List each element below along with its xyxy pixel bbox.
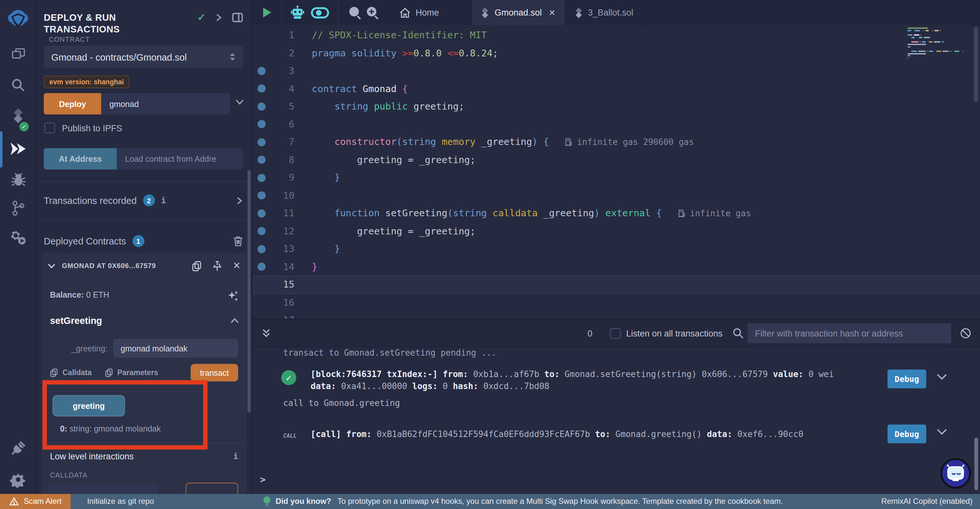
- gutter-space[interactable]: [258, 316, 266, 319]
- code-line[interactable]: 2pragma solidity >=0.8.0 <=0.8.24;: [252, 44, 980, 62]
- contract-card-title[interactable]: GMONAD AT 0X606...67579: [62, 262, 157, 270]
- panel-layout-icon[interactable]: [232, 12, 243, 22]
- gutter-space[interactable]: [258, 298, 266, 306]
- at-address-button[interactable]: At Address: [44, 148, 117, 169]
- publish-ipfs-checkbox[interactable]: [45, 123, 55, 133]
- tab-3-ballot-sol[interactable]: 3_Ballot.sol: [565, 0, 643, 25]
- code-line[interactable]: 8 greeting = _greeting;: [252, 151, 980, 169]
- debug-button-1[interactable]: Debug: [888, 370, 926, 388]
- close-contract-icon[interactable]: ✕: [233, 260, 240, 271]
- trash-icon[interactable]: [233, 236, 243, 246]
- run-script-icon[interactable]: [263, 8, 271, 18]
- transact-button[interactable]: transact: [191, 364, 238, 381]
- remix-logo-icon[interactable]: [0, 5, 36, 34]
- breakpoint-dot-icon[interactable]: [258, 120, 266, 128]
- low-level-info-icon[interactable]: i: [233, 451, 238, 461]
- scam-alert-button[interactable]: Scam Alert: [0, 494, 71, 509]
- zoom-in-icon[interactable]: [366, 6, 380, 19]
- breakpoint-dot-icon[interactable]: [258, 102, 266, 110]
- filter-input[interactable]: [748, 323, 951, 343]
- contract-collapse-chevron-icon[interactable]: [48, 263, 56, 268]
- breakpoint-dot-icon[interactable]: [258, 263, 266, 271]
- code-line[interactable]: 1// SPDX-License-Identifier: MIT: [252, 26, 980, 44]
- copy-parameters-icon[interactable]: [105, 368, 113, 377]
- greeting-param-input[interactable]: [113, 339, 238, 357]
- terminal-prompt[interactable]: >: [260, 474, 266, 485]
- gutter-space[interactable]: [258, 49, 266, 57]
- plug-icon[interactable]: [0, 435, 36, 461]
- debugger-icon[interactable]: [0, 166, 36, 193]
- copy-calldata-icon[interactable]: [50, 368, 58, 377]
- breakpoint-dot-icon[interactable]: [258, 209, 266, 217]
- expand-tx1-chevron-icon[interactable]: [936, 373, 948, 380]
- breakpoint-dot-icon[interactable]: [258, 245, 266, 253]
- minimap[interactable]: [907, 27, 964, 67]
- collapse-fn-chevron-icon[interactable]: [230, 318, 240, 324]
- calldata-button[interactable]: Calldata: [62, 368, 92, 377]
- breakpoint-dot-icon[interactable]: [258, 85, 266, 93]
- ai-robot-icon[interactable]: [291, 5, 304, 20]
- low-level-send-button[interactable]: [186, 483, 238, 494]
- terminal-search-icon[interactable]: [732, 328, 744, 339]
- deploy-expand-chevron-icon[interactable]: [235, 99, 244, 105]
- debug-button-2[interactable]: Debug: [888, 425, 926, 444]
- terminal-scrollbar[interactable]: [975, 438, 978, 490]
- pin-icon[interactable]: [213, 260, 222, 271]
- code-line[interactable]: 14}: [252, 258, 980, 276]
- close-tab-icon[interactable]: ✕: [549, 8, 555, 17]
- deploy-run-icon[interactable]: [0, 135, 36, 163]
- breakpoint-dot-icon[interactable]: [258, 174, 266, 182]
- code-line[interactable]: 11 function setGreeting(string calldata …: [252, 204, 980, 222]
- code-line[interactable]: 9 }: [252, 169, 980, 187]
- panel-scrollbar[interactable]: [248, 170, 251, 413]
- code-line[interactable]: 16: [252, 294, 980, 311]
- greeting-getter-button[interactable]: greeting: [52, 395, 125, 416]
- breakpoint-dot-icon[interactable]: [258, 191, 266, 200]
- breakpoint-dot-icon[interactable]: [258, 227, 266, 235]
- code-editor[interactable]: 1// SPDX-License-Identifier: MIT2pragma …: [252, 25, 980, 319]
- tab-gmonad-sol[interactable]: Gmonad.sol ✕: [471, 0, 565, 25]
- breakpoint-dot-icon[interactable]: [258, 67, 266, 75]
- code-line[interactable]: 10: [252, 187, 980, 204]
- contract-select[interactable]: Gmonad - contracts/Gmonad.sol: [44, 46, 243, 68]
- tx2-line[interactable]: [call] from: 0xB1aB62fdFC104512F594fCa0E…: [310, 429, 803, 439]
- search-icon[interactable]: [0, 73, 36, 97]
- gutter-space[interactable]: [258, 31, 266, 39]
- low-level-calldata-input[interactable]: [49, 484, 158, 494]
- listen-all-checkbox[interactable]: [610, 328, 620, 339]
- code-line[interactable]: 17: [252, 311, 980, 319]
- constructor-arg-input[interactable]: [101, 93, 230, 115]
- expand-tx2-chevron-icon[interactable]: [936, 428, 948, 435]
- code-line[interactable]: 15: [252, 276, 980, 294]
- editor-scrollbar[interactable]: [974, 27, 978, 102]
- code-line[interactable]: 3: [252, 62, 980, 80]
- parameters-button[interactable]: Parameters: [117, 368, 158, 377]
- code-line[interactable]: 12 greeting = _greeting;: [252, 222, 980, 240]
- breakpoint-dot-icon[interactable]: [258, 138, 266, 146]
- clear-console-icon[interactable]: [960, 328, 971, 339]
- home-tab[interactable]: Home: [399, 7, 439, 18]
- tx1-line1[interactable]: [block:7646317 txIndex:-] from: 0xb1a...…: [310, 369, 834, 379]
- plugin-manager-icon[interactable]: [0, 224, 36, 251]
- code-line[interactable]: 7 constructor(string memory _greeting) {…: [252, 133, 980, 151]
- ai-toggle-icon[interactable]: [310, 6, 329, 19]
- sparkles-icon[interactable]: [227, 290, 240, 303]
- tx1-line2[interactable]: data: 0xa41...00000 logs: 0 hash: 0xdcd.…: [310, 381, 549, 391]
- zoom-out-icon[interactable]: [349, 6, 362, 19]
- code-line[interactable]: 4contract Gmonad {: [252, 80, 980, 97]
- settings-gear-icon[interactable]: [0, 466, 36, 493]
- copy-address-icon[interactable]: [192, 260, 202, 271]
- transactions-expand-chevron-icon[interactable]: [235, 196, 243, 205]
- code-line[interactable]: 6: [252, 115, 980, 133]
- solidity-compiler-icon[interactable]: ✓: [0, 102, 36, 130]
- at-address-input[interactable]: [117, 148, 243, 169]
- info-icon[interactable]: i: [161, 196, 166, 205]
- code-line[interactable]: 13 }: [252, 240, 980, 258]
- double-chevron-down-icon[interactable]: [262, 328, 270, 338]
- init-git-repo-button[interactable]: Initialize as git repo: [87, 497, 154, 506]
- panel-chevron-right-icon[interactable]: [215, 13, 222, 22]
- deploy-button[interactable]: Deploy: [44, 93, 101, 115]
- gutter-space[interactable]: [258, 281, 266, 289]
- code-line[interactable]: 5 string public greeting;: [252, 97, 980, 115]
- git-icon[interactable]: [0, 195, 36, 222]
